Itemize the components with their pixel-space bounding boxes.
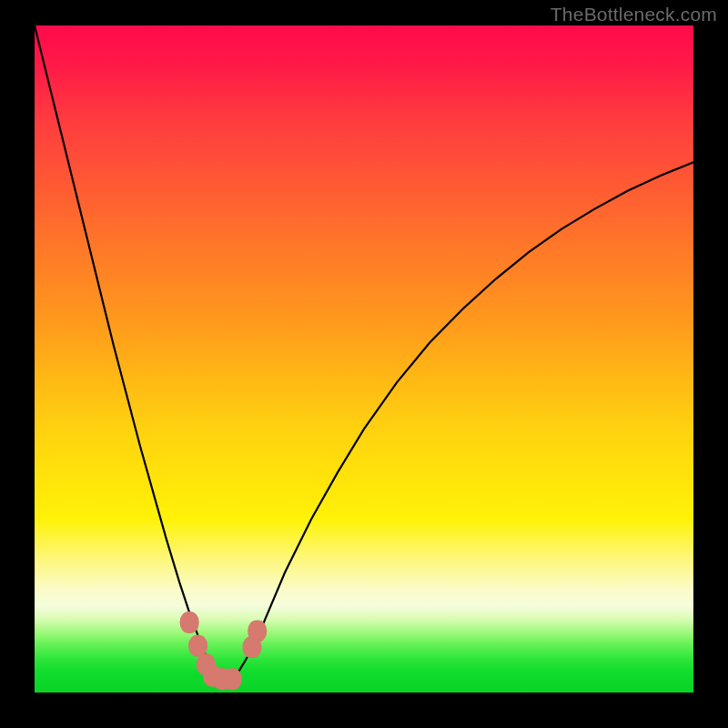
- plot-area: [35, 25, 693, 693]
- curve-marker: [188, 635, 207, 657]
- watermark-text: TheBottleneck.com: [551, 4, 717, 25]
- chart-svg: [35, 25, 693, 693]
- curve-marker: [248, 621, 267, 642]
- chart-frame: TheBottleneck.com: [0, 0, 728, 728]
- bottleneck-curve: [35, 25, 693, 679]
- curve-marker: [180, 612, 199, 633]
- curve-marker: [223, 668, 242, 690]
- markers-group: [180, 612, 268, 690]
- curve-group: [35, 25, 693, 679]
